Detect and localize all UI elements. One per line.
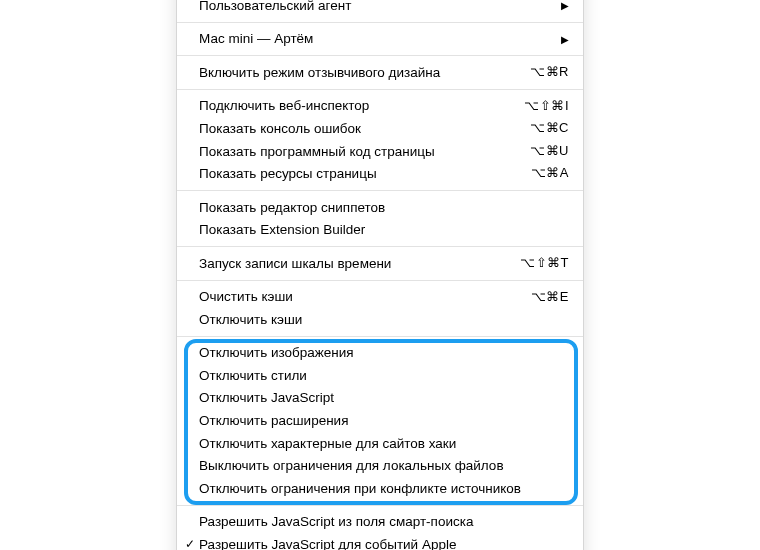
menu-item-disable-site-hacks[interactable]: Отключить характерные для сайтов хаки bbox=[177, 432, 583, 455]
menu-group: Подключить веб-инспектор⌥⇧⌘IПоказать кон… bbox=[177, 95, 583, 185]
menu-item-label: Отключить расширения bbox=[199, 412, 569, 430]
menu-item-disable-images[interactable]: Отключить изображения bbox=[177, 342, 583, 365]
menu-item-shortcut: ⌥⇧⌘I bbox=[524, 98, 569, 115]
menu-item-allow-js-apple-events[interactable]: ✓Разрешить JavaScript для событий Apple bbox=[177, 533, 583, 550]
menu-item-empty-caches[interactable]: Очистить кэши⌥⌘E bbox=[177, 286, 583, 309]
menu-item-label: Пользовательский агент bbox=[199, 0, 549, 14]
menu-item-start-timeline-recording[interactable]: Запуск записи шкалы времени⌥⇧⌘T bbox=[177, 252, 583, 275]
menu-item-label: Отключить JavaScript bbox=[199, 389, 569, 407]
menu-item-label: Разрешить JavaScript для событий Apple bbox=[199, 536, 569, 550]
menu-item-show-page-source[interactable]: Показать программный код страницы⌥⌘U bbox=[177, 140, 583, 163]
menu-item-label: Показать редактор сниппетов bbox=[199, 199, 569, 217]
menu-item-allow-js-smart-search[interactable]: Разрешить JavaScript из поля смарт-поиск… bbox=[177, 511, 583, 534]
menu-item-disable-extensions[interactable]: Отключить расширения bbox=[177, 409, 583, 432]
menu-item-label: Отключить ограничения при конфликте исто… bbox=[199, 480, 569, 498]
menu-item-show-page-resources[interactable]: Показать ресурсы страницы⌥⌘A bbox=[177, 163, 583, 186]
menu-item-label: Отключить кэши bbox=[199, 311, 569, 329]
menu-item-label: Включить режим отзывчивого дизайна bbox=[199, 64, 518, 82]
menu-group: Открыть страницу с помощью▶Пользовательс… bbox=[177, 0, 583, 17]
menu-item-label: Показать программный код страницы bbox=[199, 143, 518, 161]
menu-item-label: Очистить кэши bbox=[199, 288, 519, 306]
menu-group: Включить режим отзывчивого дизайна⌥⌘R bbox=[177, 61, 583, 84]
menu-item-label: Подключить веб-инспектор bbox=[199, 97, 512, 115]
menu-item-user-agent[interactable]: Пользовательский агент▶ bbox=[177, 0, 583, 17]
menu-group: Маc mini — Артём▶ bbox=[177, 28, 583, 51]
menu-item-label: Выключить ограничения для локальных файл… bbox=[199, 457, 569, 475]
menu-item-label: Отключить изображения bbox=[199, 344, 569, 362]
menu-item-label: Отключить стили bbox=[199, 367, 569, 385]
menu-item-label: Разрешить JavaScript из поля смарт-поиск… bbox=[199, 513, 569, 531]
menu-item-mac-mini[interactable]: Маc mini — Артём▶ bbox=[177, 28, 583, 51]
menu-group: Разрешить JavaScript из поля смарт-поиск… bbox=[177, 511, 583, 550]
menu-item-shortcut: ⌥⌘E bbox=[531, 289, 569, 306]
menu-group: Очистить кэши⌥⌘EОтключить кэши bbox=[177, 286, 583, 331]
checkmark-icon: ✓ bbox=[185, 537, 195, 550]
menu-item-shortcut: ⌥⌘U bbox=[530, 143, 569, 160]
menu-separator bbox=[177, 505, 583, 506]
menu-item-responsive-design[interactable]: Включить режим отзывчивого дизайна⌥⌘R bbox=[177, 61, 583, 84]
menu-item-disable-styles[interactable]: Отключить стили bbox=[177, 364, 583, 387]
context-menu: Открыть страницу с помощью▶Пользовательс… bbox=[176, 0, 584, 550]
chevron-right-icon: ▶ bbox=[561, 33, 569, 46]
menu-separator bbox=[177, 22, 583, 23]
chevron-right-icon: ▶ bbox=[561, 0, 569, 12]
menu-item-label: Отключить характерные для сайтов хаки bbox=[199, 435, 569, 453]
menu-item-label: Показать консоль ошибок bbox=[199, 120, 518, 138]
menu-separator bbox=[177, 89, 583, 90]
menu-item-shortcut: ⌥⌘A bbox=[531, 165, 569, 182]
menu-item-show-extension-builder[interactable]: Показать Extension Builder bbox=[177, 219, 583, 242]
menu-item-shortcut: ⌥⌘C bbox=[530, 120, 569, 137]
menu-item-connect-web-inspector[interactable]: Подключить веб-инспектор⌥⇧⌘I bbox=[177, 95, 583, 118]
menu-separator bbox=[177, 190, 583, 191]
menu-separator bbox=[177, 246, 583, 247]
menu-item-label: Запуск записи шкалы времени bbox=[199, 255, 508, 273]
menu-item-disable-local-file-restrictions[interactable]: Выключить ограничения для локальных файл… bbox=[177, 455, 583, 478]
menu-group: Показать редактор сниппетовПоказать Exte… bbox=[177, 196, 583, 241]
menu-item-disable-cross-origin-restrictions[interactable]: Отключить ограничения при конфликте исто… bbox=[177, 477, 583, 500]
menu-item-disable-caches[interactable]: Отключить кэши bbox=[177, 308, 583, 331]
menu-item-show-snippet-editor[interactable]: Показать редактор сниппетов bbox=[177, 196, 583, 219]
menu-item-shortcut: ⌥⇧⌘T bbox=[520, 255, 569, 272]
menu-group: Запуск записи шкалы времени⌥⇧⌘T bbox=[177, 252, 583, 275]
menu-separator bbox=[177, 336, 583, 337]
menu-item-label: Маc mini — Артём bbox=[199, 30, 549, 48]
menu-item-label: Показать ресурсы страницы bbox=[199, 165, 519, 183]
menu-item-shortcut: ⌥⌘R bbox=[530, 64, 569, 81]
menu-group: Отключить изображенияОтключить стилиОткл… bbox=[177, 342, 583, 500]
menu-item-show-error-console[interactable]: Показать консоль ошибок⌥⌘C bbox=[177, 117, 583, 140]
menu-item-disable-javascript[interactable]: Отключить JavaScript bbox=[177, 387, 583, 410]
menu-item-label: Показать Extension Builder bbox=[199, 221, 569, 239]
menu-separator bbox=[177, 280, 583, 281]
menu-separator bbox=[177, 55, 583, 56]
